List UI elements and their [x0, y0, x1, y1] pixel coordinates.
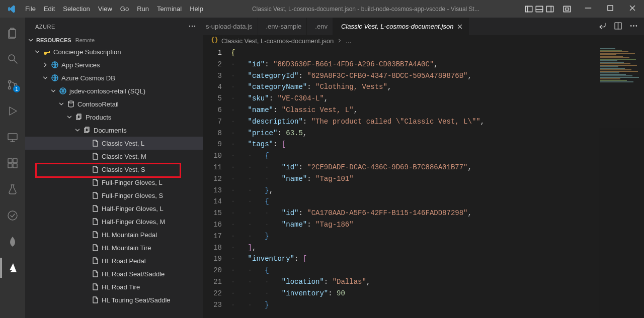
- editor-tab[interactable]: .env-sample: [258, 18, 307, 35]
- svg-point-15: [9, 87, 11, 89]
- tree-row[interactable]: Products: [25, 111, 203, 124]
- chevron-down-icon[interactable]: [33, 48, 41, 56]
- svg-rect-22: [8, 164, 12, 168]
- file-icon: [91, 270, 99, 278]
- file-icon: [91, 257, 99, 265]
- tree-row[interactable]: Concierge Subscription: [25, 45, 203, 58]
- tree-row[interactable]: HL Road Seat/Saddle: [25, 267, 203, 280]
- tree-row[interactable]: Classic Vest, M: [25, 150, 203, 163]
- chevron-right-icon[interactable]: [41, 61, 49, 69]
- svg-rect-21: [13, 159, 17, 163]
- chevron-down-icon[interactable]: [57, 100, 65, 108]
- svg-point-50: [635, 25, 637, 27]
- svg-point-27: [194, 25, 195, 26]
- svg-point-12: [9, 55, 15, 61]
- tree-label: Classic Vest, L: [101, 140, 144, 147]
- azure-icon[interactable]: [1, 258, 25, 278]
- twisty-spacer: [82, 283, 90, 291]
- split-editor-icon[interactable]: [614, 22, 622, 32]
- twisty-spacer: [82, 257, 90, 265]
- chevron-down-icon[interactable]: [49, 87, 57, 95]
- globe-icon: [51, 74, 59, 82]
- editor-tab[interactable]: .env: [307, 18, 333, 35]
- twisty-spacer: [82, 270, 90, 278]
- explorer-icon[interactable]: [1, 23, 25, 43]
- search-icon[interactable]: [1, 49, 25, 69]
- tree-row[interactable]: Full-Finger Gloves, S: [25, 189, 203, 202]
- svg-point-26: [192, 25, 193, 26]
- editor-tabs: s-upload-data.js.env-sample.envClassic V…: [203, 18, 644, 35]
- tree-label: Azure Cosmos DB: [60, 74, 115, 82]
- svg-rect-6: [564, 6, 571, 12]
- section-header-resources[interactable]: RESOURCES Remote: [25, 35, 203, 45]
- open-changes-icon[interactable]: [598, 22, 607, 32]
- tab-label: .env: [315, 23, 328, 30]
- editor-tab[interactable]: s-upload-data.js: [203, 18, 258, 35]
- minimize-button[interactable]: [581, 2, 596, 16]
- menu-view[interactable]: View: [94, 3, 116, 15]
- svg-point-33: [60, 88, 66, 94]
- tree-label: Products: [85, 114, 111, 121]
- close-tab-icon[interactable]: [456, 23, 463, 30]
- menu-file[interactable]: File: [21, 3, 40, 15]
- tree-label: Documents: [93, 127, 127, 134]
- tree-row[interactable]: Documents: [25, 124, 203, 137]
- more-actions-icon[interactable]: [629, 22, 638, 32]
- menu-terminal[interactable]: Terminal: [153, 3, 186, 15]
- vscode-logo-icon: [7, 5, 16, 14]
- testing-icon[interactable]: [1, 179, 25, 199]
- db-icon: [67, 100, 75, 108]
- svg-rect-7: [566, 8, 569, 10]
- editor-tab[interactable]: Classic Vest, L-cosmos-document.json: [333, 18, 469, 35]
- tree-label: Full-Finger Gloves, S: [101, 192, 163, 199]
- tree-row[interactable]: HL Mountain Tire: [25, 241, 203, 254]
- source-control-icon[interactable]: 1: [1, 75, 25, 95]
- chevron-down-icon[interactable]: [41, 74, 49, 82]
- mongodb-icon[interactable]: [1, 232, 25, 252]
- tree-row[interactable]: HL Road Pedal: [25, 254, 203, 267]
- close-window-button[interactable]: [625, 2, 640, 16]
- menu-selection[interactable]: Selection: [59, 3, 94, 15]
- extensions-icon[interactable]: [1, 153, 25, 173]
- code-editor[interactable]: 1234567891011121314151617181920212223 {·…: [203, 46, 644, 318]
- tree-label: ContosoRetail: [76, 100, 119, 108]
- menu-edit[interactable]: Edit: [40, 3, 59, 15]
- menu-help[interactable]: Help: [186, 3, 207, 15]
- tree-row[interactable]: App Services: [25, 58, 203, 71]
- task-icon[interactable]: [1, 205, 25, 226]
- tree-row[interactable]: Azure Cosmos DB: [25, 71, 203, 84]
- remote-explorer-icon[interactable]: [1, 127, 25, 147]
- tree-label: Half-Finger Gloves, L: [101, 205, 164, 213]
- tree-row[interactable]: jsdev-contoso-retail (SQL): [25, 84, 203, 97]
- minimap[interactable]: [599, 46, 644, 318]
- chevron-down-icon[interactable]: [73, 126, 82, 134]
- menu-run[interactable]: Run: [133, 3, 153, 15]
- cosmos-icon: [59, 87, 67, 95]
- tree-row[interactable]: Full-Finger Gloves, L: [25, 176, 203, 189]
- tree-row[interactable]: Classic Vest, S: [25, 163, 203, 176]
- tree-row[interactable]: HL Mountain Pedal: [25, 228, 203, 241]
- twisty-spacer: [82, 218, 90, 226]
- breadcrumb[interactable]: Classic Vest, L-cosmos-document.json ...: [203, 35, 644, 46]
- tree-row[interactable]: Classic Vest, L: [25, 137, 203, 150]
- tree-row[interactable]: HL Touring Seat/Saddle: [25, 293, 203, 306]
- twisty-spacer: [82, 204, 90, 213]
- svg-rect-0: [525, 6, 532, 12]
- layout-controls[interactable]: [524, 5, 572, 14]
- key-icon: [43, 48, 51, 56]
- run-debug-icon[interactable]: [1, 101, 25, 121]
- tree-row[interactable]: HL Road Tire: [25, 280, 203, 293]
- twisty-spacer: [82, 296, 90, 304]
- tree-row[interactable]: ContosoRetail: [25, 97, 203, 111]
- maximize-button[interactable]: [603, 2, 618, 16]
- twisty-spacer: [82, 165, 90, 173]
- tree-row[interactable]: Half-Finger Gloves, M: [25, 215, 203, 228]
- globe-icon: [51, 61, 59, 69]
- resource-tree[interactable]: Concierge SubscriptionApp ServicesAzure …: [25, 45, 203, 318]
- chevron-down-icon[interactable]: [65, 113, 73, 121]
- twisty-spacer: [82, 191, 90, 199]
- svg-rect-4: [546, 6, 553, 12]
- menu-go[interactable]: Go: [116, 3, 133, 15]
- sidebar-more-icon[interactable]: [188, 22, 197, 31]
- tree-row[interactable]: Half-Finger Gloves, L: [25, 202, 203, 215]
